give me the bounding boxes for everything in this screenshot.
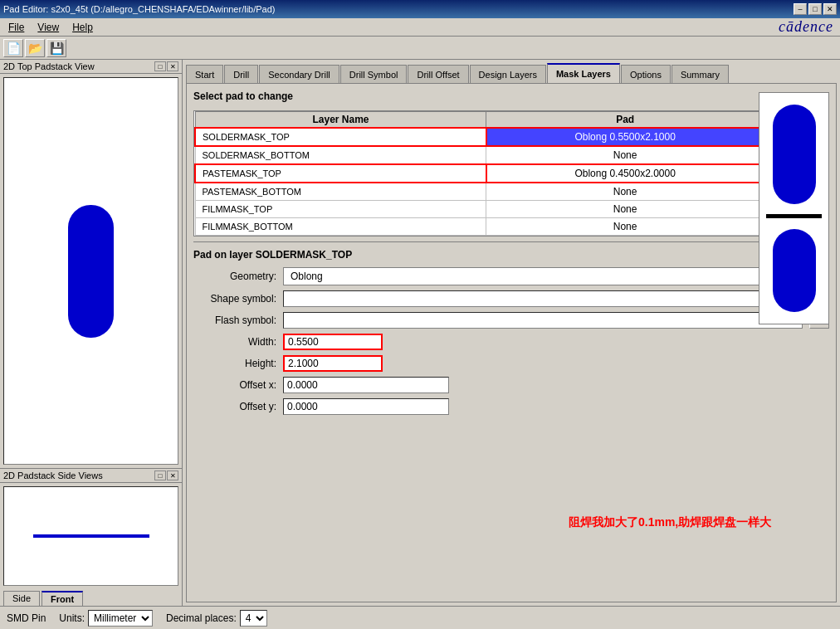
height-label: Height: xyxy=(193,358,276,369)
preview-divider xyxy=(766,214,822,218)
offset-x-label: Offset x: xyxy=(193,379,276,391)
tab-design-layers[interactable]: Design Layers xyxy=(470,65,546,83)
top-view-label: 2D Top Padstack View xyxy=(3,61,95,71)
tab-start[interactable]: Start xyxy=(186,65,223,83)
table-row[interactable]: PASTEMASK_BOTTOMNone xyxy=(195,183,764,201)
tabs-container: Start Drill Secondary Drill Drill Symbol… xyxy=(183,60,840,83)
width-row: Width: 阻焊我加大了0.1mm,助焊跟焊盘一样大 xyxy=(193,334,829,350)
close-button[interactable]: ✕ xyxy=(823,3,837,15)
table-row[interactable]: FILMMASK_BOTTOMNone xyxy=(195,218,764,236)
offset-x-row: Offset x: xyxy=(193,377,829,393)
tab-mask-layers[interactable]: Mask Layers xyxy=(547,63,620,83)
top-view-canvas xyxy=(3,77,178,465)
width-input[interactable] xyxy=(283,334,383,350)
content-panel: Select pad to change Layer Name Pad xyxy=(186,83,837,602)
top-view-close[interactable]: ✕ xyxy=(167,61,178,71)
side-view-buttons: □ ✕ xyxy=(154,471,178,480)
side-line xyxy=(33,534,149,538)
table-row[interactable]: FILMMASK_TOPNone xyxy=(195,201,764,218)
table-row[interactable]: SOLDERMASK_BOTTOMNone xyxy=(195,146,764,164)
offset-y-label: Offset y: xyxy=(193,401,276,412)
side-tabs: Side Front xyxy=(0,589,182,606)
decimal-item: Decimal places: 4 xyxy=(166,610,267,627)
minimize-button[interactable]: – xyxy=(794,3,807,15)
pad-on-layer-label: Pad on layer SOLDERMASK_TOP xyxy=(193,249,829,261)
menu-help[interactable]: Help xyxy=(66,20,100,35)
table-row[interactable]: PASTEMASK_TOPOblong 0.4500x2.0000 xyxy=(195,164,764,183)
side-view-canvas xyxy=(3,486,178,586)
height-input[interactable] xyxy=(283,355,383,372)
preview-pad-bottom xyxy=(773,229,816,312)
offset-x-input[interactable] xyxy=(283,377,449,393)
open-button[interactable]: 📂 xyxy=(25,39,45,57)
layer-table: Layer Name Pad SOLDERMASK_TOPOblong 0.55… xyxy=(194,111,764,236)
height-row: Height: xyxy=(193,355,829,372)
shape-symbol-label: Shape symbol: xyxy=(193,293,276,305)
side-view-close[interactable]: ✕ xyxy=(167,471,178,480)
units-item: Units: Millimeter xyxy=(59,610,153,627)
tab-secondary-drill[interactable]: Secondary Drill xyxy=(259,65,339,83)
geometry-row: Geometry: Oblong xyxy=(193,267,829,285)
col-header-pad: Pad xyxy=(486,112,764,129)
status-bar: SMD Pin Units: Millimeter Decimal places… xyxy=(0,606,840,629)
side-view-panel: 2D Padstack Side Views □ ✕ Side Front xyxy=(0,468,182,606)
table-row[interactable]: SOLDERMASK_TOPOblong 0.5500x2.1000 xyxy=(195,128,764,146)
side-tab-front[interactable]: Front xyxy=(42,591,83,606)
geometry-label: Geometry: xyxy=(193,271,276,282)
flash-symbol-label: Flash symbol: xyxy=(193,314,276,326)
width-label: Width: xyxy=(193,336,276,348)
smd-pin-label: SMD Pin xyxy=(7,612,46,624)
title-bar-buttons: – □ ✕ xyxy=(794,3,837,15)
right-panel: Start Drill Secondary Drill Drill Symbol… xyxy=(183,60,840,606)
new-button[interactable]: 📄 xyxy=(3,39,23,57)
offset-y-row: Offset y: xyxy=(193,398,829,415)
preview-pad-top xyxy=(773,105,816,204)
pad-top-shape xyxy=(68,205,114,338)
decimal-label: Decimal places: xyxy=(166,612,237,624)
table-wrapper: Layer Name Pad SOLDERMASK_TOPOblong 0.55… xyxy=(193,110,829,236)
decimal-select[interactable]: 4 xyxy=(240,610,267,627)
tab-drill[interactable]: Drill xyxy=(224,65,258,83)
tab-drill-offset[interactable]: Drill Offset xyxy=(408,65,468,83)
menu-bar: File View Help cādence xyxy=(0,18,840,37)
tab-options[interactable]: Options xyxy=(621,65,671,83)
units-select[interactable]: Millimeter xyxy=(88,610,153,627)
title-bar: Pad Editor: s2x0_45t (D:/allegro_CHENSHA… xyxy=(0,0,840,18)
units-label: Units: xyxy=(59,612,85,624)
toolbar: 📄 📂 💾 xyxy=(0,37,840,60)
section-title: Select pad to change xyxy=(193,90,829,102)
side-tab-side[interactable]: Side xyxy=(3,591,40,606)
shape-symbol-input[interactable] xyxy=(283,290,803,307)
main-content: 2D Top Padstack View □ ✕ 2D Padstack Sid… xyxy=(0,60,840,606)
geometry-select[interactable]: Oblong xyxy=(283,267,829,285)
form-section: Pad on layer SOLDERMASK_TOP Geometry: Ob… xyxy=(193,241,829,420)
left-panel: 2D Top Padstack View □ ✕ 2D Padstack Sid… xyxy=(0,60,183,606)
title-bar-text: Pad Editor: s2x0_45t (D:/allegro_CHENSHA… xyxy=(3,4,794,14)
tab-summary[interactable]: Summary xyxy=(672,65,729,83)
top-view-header: 2D Top Padstack View □ ✕ xyxy=(0,60,182,74)
tab-drill-symbol[interactable]: Drill Symbol xyxy=(340,65,408,83)
annotation: 阻焊我加大了0.1mm,助焊跟焊盘一样大 xyxy=(569,515,771,530)
cadence-logo: cādence xyxy=(779,18,833,36)
menu-file[interactable]: File xyxy=(2,20,31,35)
offset-y-input[interactable] xyxy=(283,398,449,415)
top-view-buttons: □ ✕ xyxy=(154,61,178,71)
flash-symbol-input[interactable] xyxy=(283,312,803,329)
col-header-layer: Layer Name xyxy=(195,112,486,129)
side-view-header: 2D Padstack Side Views □ ✕ xyxy=(0,469,182,483)
top-view-minimize[interactable]: □ xyxy=(154,61,166,71)
side-view-label: 2D Padstack Side Views xyxy=(3,471,103,480)
side-view-minimize[interactable]: □ xyxy=(154,471,166,480)
shape-symbol-row: Shape symbol: ... xyxy=(193,290,829,307)
table-scroll[interactable]: Layer Name Pad SOLDERMASK_TOPOblong 0.55… xyxy=(193,110,765,236)
menu-view[interactable]: View xyxy=(31,20,66,35)
flash-symbol-row: Flash symbol: ... xyxy=(193,312,829,329)
save-button[interactable]: 💾 xyxy=(46,39,66,57)
maximize-button[interactable]: □ xyxy=(808,3,822,15)
